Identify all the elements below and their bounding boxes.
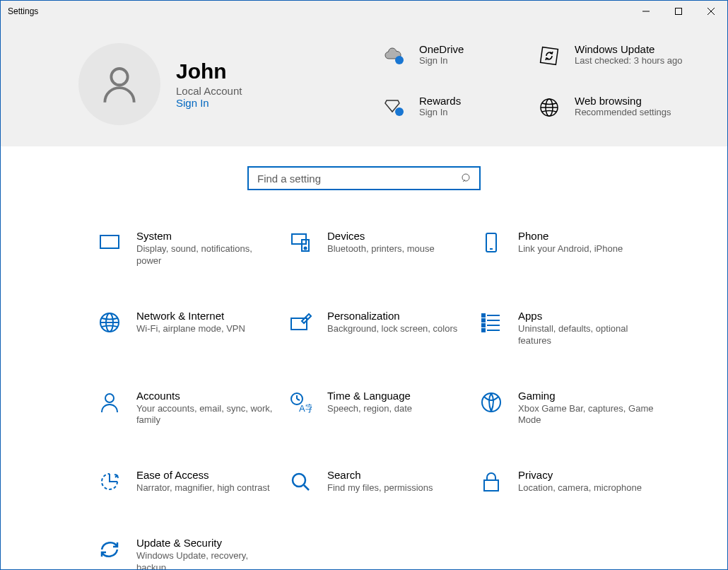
category-sub: Background, lock screen, colors [327,323,457,335]
category-title: Apps [518,310,655,322]
category-sub: Display, sound, notifications, power [136,243,274,267]
status-sub: Sign In [419,55,464,67]
category-gaming[interactable]: Gaming Xbox Game Bar, captures, Game Mod… [479,390,655,427]
status-web-browsing[interactable]: Web browsing Recommended settings [536,95,685,125]
category-update-security[interactable]: Update & Security Windows Update, recove… [97,537,274,570]
phone-icon [479,230,504,255]
category-title: Devices [327,230,435,242]
personalization-icon [288,310,313,335]
avatar [78,43,160,125]
svg-rect-28 [482,314,485,317]
category-title: Accounts [136,390,274,402]
svg-point-38 [293,474,305,487]
signin-link[interactable]: Sign In [176,97,242,109]
header-area: John Local Account Sign In OneDrive Sign… [1,22,727,146]
category-title: Search [327,469,433,481]
search-box[interactable] [247,166,481,190]
status-sub: Last checked: 3 hours ago [575,55,683,67]
status-title: Windows Update [575,43,683,55]
category-system[interactable]: System Display, sound, notifications, po… [97,230,274,267]
svg-point-5 [395,56,404,64]
system-icon [97,230,122,255]
svg-rect-40 [484,480,498,491]
status-sub: Recommended settings [575,107,671,119]
svg-rect-29 [482,319,485,322]
globe-icon [536,95,562,120]
settings-window: Settings John Local Account [0,0,728,570]
category-sub: Link your Android, iPhone [518,243,623,255]
category-title: Network & Internet [136,310,245,322]
svg-point-17 [305,248,307,250]
search-wrap [1,166,727,190]
accounts-icon [97,390,122,415]
category-accounts[interactable]: Accounts Your accounts, email, sync, wor… [97,390,274,427]
svg-point-7 [395,107,404,116]
gaming-icon [479,390,504,415]
user-info: John Local Account Sign In [176,59,242,109]
status-rewards[interactable]: Rewards Sign In [381,95,529,125]
category-title: Gaming [518,390,655,402]
category-title: Time & Language [327,390,412,402]
update-security-icon [97,537,122,562]
status-tiles: OneDrive Sign In Windows Update [381,43,685,125]
category-phone[interactable]: Phone Link your Android, iPhone [479,230,655,267]
ease-of-access-icon [97,469,122,494]
svg-line-35 [297,399,300,400]
svg-rect-6 [541,47,558,65]
status-title: Rewards [419,95,461,107]
close-button[interactable] [695,1,727,22]
category-sub: Xbox Game Bar, captures, Game Mode [518,403,655,427]
privacy-icon [479,469,504,494]
svg-rect-1 [676,8,682,15]
svg-point-4 [111,69,127,85]
category-sub: Narrator, magnifier, high contrast [136,482,270,494]
category-sub: Find my files, permissions [327,482,433,494]
category-apps[interactable]: Apps Uninstall, defaults, optional featu… [479,310,655,347]
status-title: OneDrive [419,43,464,55]
search-icon [461,173,472,184]
time-language-icon: A字 [288,390,313,415]
svg-line-39 [304,485,309,490]
svg-rect-23 [291,318,307,330]
status-title: Web browsing [575,95,671,107]
category-personalization[interactable]: Personalization Background, lock screen,… [288,310,464,347]
title-bar: Settings [1,1,727,22]
category-sub: Location, camera, microphone [518,482,642,494]
category-sub: Speech, region, date [327,403,412,415]
globe-icon [97,310,122,335]
svg-point-32 [105,394,114,402]
search-input[interactable] [256,172,461,185]
status-onedrive[interactable]: OneDrive Sign In [381,43,529,74]
category-search[interactable]: Search Find my files, permissions [288,469,464,494]
status-sub: Sign In [419,107,461,119]
category-network[interactable]: Network & Internet Wi-Fi, airplane mode,… [97,310,274,347]
category-title: Privacy [518,469,642,481]
category-title: Update & Security [136,537,274,549]
maximize-button[interactable] [662,1,695,22]
category-ease-of-access[interactable]: Ease of Access Narrator, magnifier, high… [97,469,274,494]
category-sub: Uninstall, defaults, optional features [518,323,655,347]
category-title: Ease of Access [136,469,270,481]
devices-icon [288,230,313,255]
user-name: John [176,59,242,83]
category-sub: Wi-Fi, airplane mode, VPN [136,323,245,335]
svg-rect-31 [482,329,485,332]
account-type: Local Account [176,85,242,97]
category-sub: Bluetooth, printers, mouse [327,243,435,255]
category-privacy[interactable]: Privacy Location, camera, microphone [479,469,655,494]
category-time-language[interactable]: A字 Time & Language Speech, region, date [288,390,464,427]
svg-rect-30 [482,324,485,327]
window-title: Settings [8,6,38,16]
update-icon [536,43,562,69]
svg-point-37 [482,393,500,412]
category-devices[interactable]: Devices Bluetooth, printers, mouse [288,230,464,267]
category-title: System [136,230,274,242]
svg-text:A字: A字 [299,403,312,414]
user-block: John Local Account Sign In [78,43,242,125]
window-controls [630,1,727,22]
rewards-icon [381,95,406,120]
cloud-icon [381,43,406,69]
status-windows-update[interactable]: Windows Update Last checked: 3 hours ago [536,43,685,74]
category-sub: Windows Update, recovery, backup [136,550,274,570]
minimize-button[interactable] [630,1,662,22]
